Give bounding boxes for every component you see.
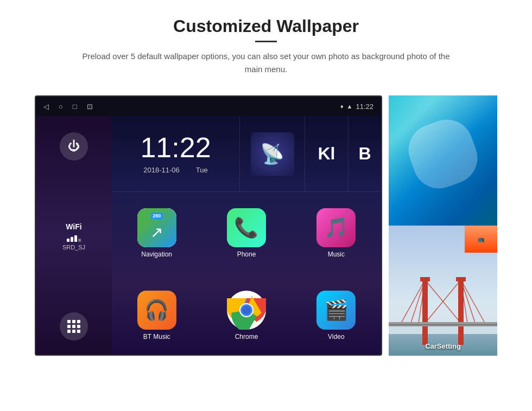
video-icon: 🎬 xyxy=(316,291,356,330)
main-screen: ⏻ WiFi SRD_SJ xyxy=(36,116,381,356)
nav-icons: ◁ ○ □ ⊡ xyxy=(43,102,93,111)
grid-icon xyxy=(67,320,80,333)
media-icon[interactable]: 📡 xyxy=(251,132,294,176)
wifi-icon: ▲ xyxy=(347,103,353,110)
center-content: 11:22 2018-11-06 Tue 📡 Kl xyxy=(112,116,381,356)
navigation-label: Navigation xyxy=(141,251,172,258)
ki-label: Kl xyxy=(318,144,335,164)
apps-grid: 280 ↗ Navigation 📞 Phone xyxy=(112,192,381,356)
page-title: Customized Wallpaper xyxy=(76,16,456,36)
clock-day: Tue xyxy=(196,166,208,174)
clock-widget: 11:22 2018-11-06 Tue xyxy=(112,116,240,191)
top-info-bar: 11:22 2018-11-06 Tue 📡 Kl xyxy=(112,116,381,192)
b-label: B xyxy=(358,144,371,164)
app-chrome[interactable]: Chrome xyxy=(201,274,291,356)
app-bt-music[interactable]: 🎧 BT Music xyxy=(112,274,201,356)
bar-4 xyxy=(78,239,81,242)
antenna-icon: 📡 xyxy=(260,143,284,165)
bar-3 xyxy=(74,235,77,242)
chrome-svg xyxy=(227,291,266,330)
left-sidebar: ⏻ WiFi SRD_SJ xyxy=(36,116,112,356)
b-widget: B xyxy=(349,116,381,191)
title-section: Customized Wallpaper Preload over 5 defa… xyxy=(76,16,456,76)
bt-music-icon: 🎧 xyxy=(137,291,176,330)
status-icons: ♦ ▲ 11:22 xyxy=(340,102,373,111)
grid-button[interactable] xyxy=(60,312,88,341)
music-icon: 🎵 xyxy=(316,208,356,247)
title-divider xyxy=(255,41,277,42)
date-row: 2018-11-06 Tue xyxy=(143,166,207,174)
home-icon[interactable]: ○ xyxy=(59,102,63,111)
wifi-label: WiFi xyxy=(62,222,85,231)
app-navigation[interactable]: 280 ↗ Navigation xyxy=(112,192,201,274)
page-subtitle: Preload over 5 default wallpaper options… xyxy=(76,50,456,76)
phone-symbol: 📞 xyxy=(234,216,258,239)
ki-widget: Kl xyxy=(305,116,349,191)
video-symbol: 🎬 xyxy=(324,299,349,322)
music-label: Music xyxy=(328,251,345,258)
wifi-widget: WiFi SRD_SJ xyxy=(62,222,85,251)
wallpaper-ice[interactable] xyxy=(389,95,497,226)
power-icon: ⏻ xyxy=(68,139,80,153)
video-label: Video xyxy=(328,333,344,341)
bar-1 xyxy=(67,239,69,242)
svg-rect-9 xyxy=(422,280,428,345)
car-setting-label: CarSetting xyxy=(389,342,497,350)
chrome-icon xyxy=(227,291,266,330)
wifi-signal-bars xyxy=(62,233,85,242)
phone-icon: 📞 xyxy=(227,208,266,247)
chrome-label: Chrome xyxy=(235,333,258,341)
wifi-ssid: SRD_SJ xyxy=(62,244,85,251)
android-device: ◁ ○ □ ⊡ ♦ ▲ 11:22 ⏻ xyxy=(35,95,382,356)
phone-label: Phone xyxy=(237,251,256,258)
svg-rect-10 xyxy=(458,280,464,345)
svg-point-4 xyxy=(242,306,251,314)
music-symbol: 🎵 xyxy=(324,216,349,239)
bt-symbol: 🎧 xyxy=(144,299,169,322)
navigation-icon: 280 ↗ xyxy=(137,208,176,247)
content-area: ◁ ○ □ ⊡ ♦ ▲ 11:22 ⏻ xyxy=(35,95,497,356)
bar-2 xyxy=(71,237,73,242)
page-container: Customized Wallpaper Preload over 5 defa… xyxy=(0,0,532,411)
ice-overlay xyxy=(389,95,497,226)
city-mini-thumb: 📺 xyxy=(465,226,497,253)
location-icon: ♦ xyxy=(340,103,344,110)
clock-date: 2018-11-06 xyxy=(143,166,180,174)
media-widget: 📡 xyxy=(240,116,305,191)
map-arrow: ↗ xyxy=(150,223,163,241)
screenshot-icon[interactable]: ⊡ xyxy=(87,102,93,111)
wallpaper-thumbnails: 📺 xyxy=(389,95,497,356)
app-phone[interactable]: 📞 Phone xyxy=(201,192,291,274)
power-button[interactable]: ⏻ xyxy=(60,132,88,160)
clock-time: 11:22 xyxy=(140,133,211,162)
recent-icon[interactable]: □ xyxy=(73,102,77,111)
app-video[interactable]: 🎬 Video xyxy=(292,274,381,356)
app-music[interactable]: 🎵 Music xyxy=(292,192,381,274)
status-bar: ◁ ○ □ ⊡ ♦ ▲ 11:22 xyxy=(36,97,381,116)
bt-music-label: BT Music xyxy=(143,333,170,341)
nav-map: 280 ↗ xyxy=(137,208,176,247)
back-icon[interactable]: ◁ xyxy=(43,102,49,111)
svg-rect-22 xyxy=(389,324,497,325)
status-time: 11:22 xyxy=(356,102,373,111)
